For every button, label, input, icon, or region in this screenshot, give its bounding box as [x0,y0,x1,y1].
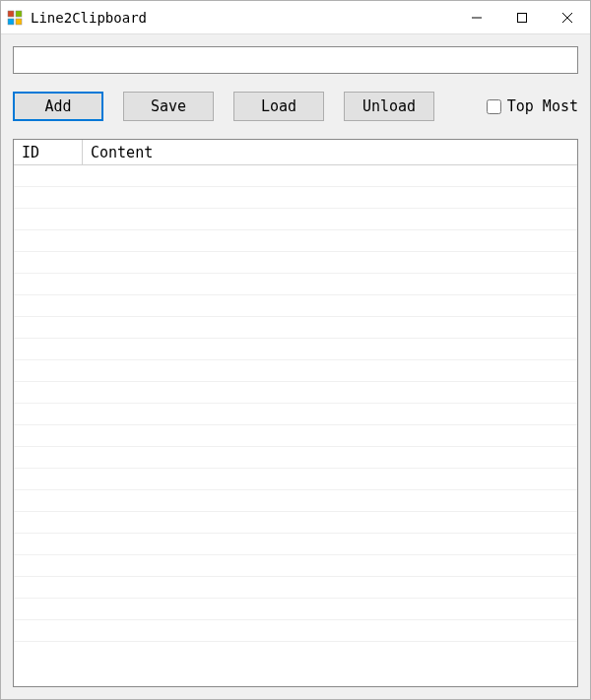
topmost-checkbox-wrap[interactable]: Top Most [487,97,578,115]
list-item[interactable] [14,382,577,404]
svg-rect-1 [16,11,22,17]
svg-rect-0 [8,11,14,17]
list-item[interactable] [14,620,577,642]
list-item[interactable] [14,447,577,469]
maximize-button[interactable] [499,1,545,33]
add-button[interactable]: Add [13,92,103,121]
list-item[interactable] [14,512,577,534]
svg-rect-3 [16,19,22,25]
listview[interactable]: ID Content [13,139,578,687]
list-item[interactable] [14,404,577,425]
app-icon [7,10,23,26]
maximize-icon [517,13,527,23]
svg-rect-2 [8,19,14,25]
unload-button[interactable]: Unload [344,92,434,121]
topmost-label: Top Most [507,97,578,115]
list-item[interactable] [14,577,577,599]
minimize-icon [472,13,482,23]
list-item[interactable] [14,534,577,555]
list-item[interactable] [14,469,577,490]
minimize-button[interactable] [454,1,499,33]
list-item[interactable] [14,187,577,209]
button-row: Add Save Load Unload Top Most [13,92,578,121]
client-area: Add Save Load Unload Top Most ID Content [1,34,590,699]
list-item[interactable] [14,165,577,187]
list-item[interactable] [14,490,577,512]
list-item[interactable] [14,317,577,339]
window-title: Line2Clipboard [31,10,147,26]
column-header-content[interactable]: Content [83,140,577,165]
listview-header: ID Content [14,140,577,165]
list-item[interactable] [14,599,577,620]
list-item[interactable] [14,274,577,295]
input-row [13,46,578,74]
list-item[interactable] [14,555,577,577]
list-item[interactable] [14,252,577,274]
list-item[interactable] [14,295,577,317]
topmost-checkbox[interactable] [487,99,501,114]
list-item[interactable] [14,425,577,447]
close-button[interactable] [545,1,590,33]
content-input[interactable] [13,46,578,74]
window-frame: Line2Clipboard [0,0,591,700]
load-button[interactable]: Load [233,92,324,121]
list-item[interactable] [14,209,577,230]
listview-body[interactable] [14,165,577,686]
svg-rect-5 [518,13,527,22]
list-item[interactable] [14,339,577,360]
list-item[interactable] [14,230,577,252]
column-header-id[interactable]: ID [14,140,83,165]
list-item[interactable] [14,360,577,382]
save-button[interactable]: Save [123,92,214,121]
window-controls [454,1,590,33]
titlebar[interactable]: Line2Clipboard [1,1,590,34]
close-icon [562,13,572,23]
